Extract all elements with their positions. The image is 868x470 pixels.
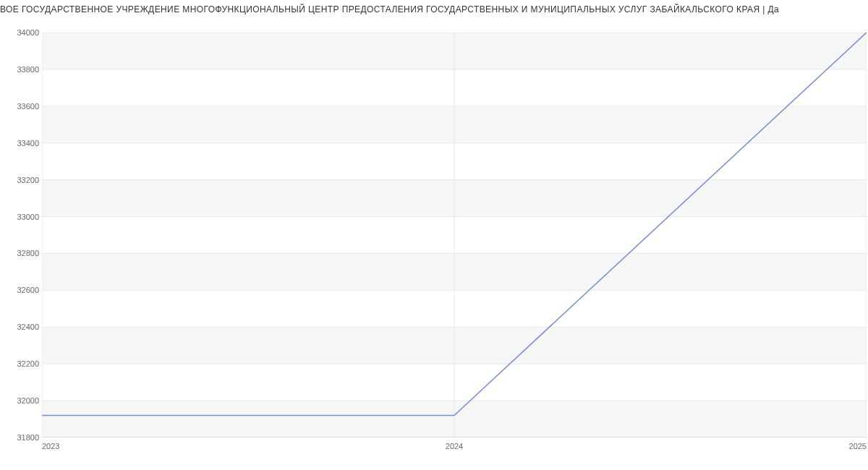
chart-title: ВОЕ ГОСУДАРСТВЕННОЕ УЧРЕЖДЕНИЕ МНОГОФУНК… [0, 4, 868, 14]
y-tick-label: 32800 [0, 249, 39, 257]
x-axis-labels: 202320242025 [42, 442, 867, 456]
y-tick-label: 31800 [0, 433, 39, 442]
y-axis-labels: 3180032000322003240032600328003300033200… [0, 33, 39, 437]
y-tick-label: 34000 [0, 28, 39, 37]
y-tick-label: 33200 [0, 176, 39, 184]
y-tick-label: 32200 [0, 359, 39, 368]
v-gridlines [42, 33, 867, 437]
y-tick-label: 32600 [0, 286, 39, 294]
x-tick-label: 2024 [446, 442, 463, 450]
x-tick-label: 2023 [42, 442, 59, 450]
y-tick-label: 32400 [0, 322, 39, 331]
y-tick-label: 32000 [0, 396, 39, 405]
chart-svg [42, 33, 867, 437]
chart-container: ВОЕ ГОСУДАРСТВЕННОЕ УЧРЕЖДЕНИЕ МНОГОФУНК… [0, 0, 868, 470]
y-tick-label: 33000 [0, 213, 39, 221]
y-tick-label: 33800 [0, 65, 39, 74]
y-tick-label: 33400 [0, 139, 39, 148]
x-tick-label: 2025 [849, 442, 867, 450]
plot-area [42, 33, 867, 437]
y-tick-label: 33600 [0, 102, 39, 111]
